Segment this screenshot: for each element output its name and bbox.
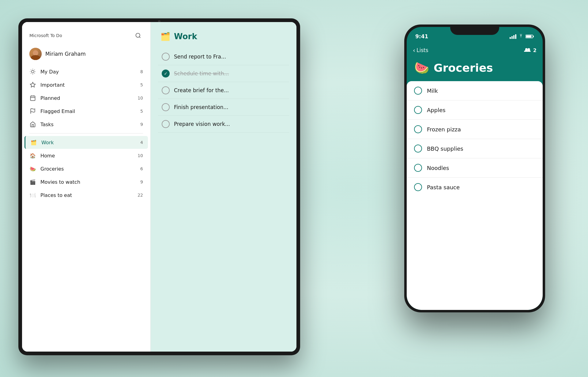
groceries-count: 6 — [140, 166, 143, 171]
task-text: Create brief for the... — [174, 87, 229, 93]
svg-line-1 — [139, 37, 141, 38]
home-label: Home — [40, 153, 133, 159]
nav-list: My Day 8 Important 5 — [22, 65, 150, 352]
item-checkbox[interactable] — [414, 183, 422, 191]
tasks-label: Tasks — [40, 122, 136, 127]
list-item[interactable]: Apples — [407, 100, 543, 120]
item-text: Apples — [427, 107, 446, 113]
places-icon: 🍽️ — [29, 192, 36, 198]
task-text: Send report to Fra... — [174, 54, 226, 60]
avatar — [29, 48, 42, 60]
item-checkbox[interactable] — [414, 164, 422, 172]
svg-point-0 — [136, 33, 140, 37]
status-time: 9:41 — [415, 33, 428, 40]
task-checkbox[interactable] — [162, 103, 170, 111]
task-text: Prepare vision work... — [174, 121, 230, 127]
planned-label: Planned — [40, 95, 133, 101]
planned-count: 10 — [138, 96, 143, 100]
sidebar-item-movies[interactable]: 🎬 Movies to watch 9 — [24, 175, 148, 188]
sidebar-item-flagged-email[interactable]: Flagged Email 5 — [24, 105, 148, 118]
svg-marker-11 — [30, 82, 36, 87]
svg-line-5 — [31, 70, 31, 70]
back-label: Lists — [417, 47, 428, 53]
sidebar-item-planned[interactable]: Planned 10 — [24, 92, 148, 104]
task-text: Finish presentation... — [174, 104, 228, 110]
svg-rect-19 — [533, 36, 534, 37]
sidebar-item-groceries[interactable]: 🍉 Groceries 6 — [24, 162, 148, 175]
tasks-count: 9 — [140, 122, 143, 127]
groceries-icon: 🍉 — [29, 165, 36, 172]
work-icon: 🗂️ — [30, 139, 37, 146]
item-text: Milk — [427, 88, 438, 94]
item-checkbox[interactable] — [414, 125, 422, 133]
flag-icon — [29, 108, 36, 115]
app-title: Microsoft To Do — [29, 33, 62, 38]
sidebar-item-home[interactable]: 🏠 Home 10 — [24, 149, 148, 162]
sidebar-item-important[interactable]: Important 5 — [24, 78, 148, 91]
sidebar-item-my-day[interactable]: My Day 8 — [24, 65, 148, 78]
back-button[interactable]: ‹ Lists — [413, 47, 428, 54]
task-text-completed: Schedule time with... — [174, 70, 229, 77]
sidebar-item-work[interactable]: 🗂️ Work 4 — [24, 136, 148, 149]
home-count: 10 — [138, 153, 143, 158]
item-text: BBQ supplies — [427, 145, 463, 152]
sidebar: Microsoft To Do Miriam Graham — [22, 22, 151, 352]
calendar-icon — [29, 95, 36, 101]
list-item[interactable]: Milk — [407, 81, 543, 100]
signal-bar-1 — [510, 37, 511, 39]
my-day-count: 8 — [140, 69, 143, 74]
sidebar-item-places[interactable]: 🍽️ Places to eat 22 — [24, 189, 148, 202]
wifi-icon — [518, 34, 524, 39]
list-item[interactable]: Noodles — [407, 158, 543, 178]
signal-bar-2 — [511, 36, 513, 39]
user-profile[interactable]: Miriam Graham — [22, 45, 150, 65]
item-text: Frozen pizza — [427, 126, 461, 133]
flagged-email-label: Flagged Email — [40, 108, 136, 114]
task-checkbox[interactable] — [162, 53, 170, 61]
nav-divider — [29, 133, 143, 134]
main-header: 🗂️ Work — [151, 22, 296, 46]
user-name: Miriam Graham — [45, 51, 86, 57]
movies-count: 9 — [140, 179, 143, 184]
important-count: 5 — [140, 82, 143, 87]
shared-count: 2 — [533, 47, 537, 53]
movies-icon: 🎬 — [29, 179, 36, 185]
work-label: Work — [41, 140, 136, 145]
task-checkbox-completed[interactable] — [162, 70, 170, 77]
task-item[interactable]: Schedule time with... — [158, 65, 289, 82]
sidebar-item-tasks[interactable]: Tasks 9 — [24, 118, 148, 131]
phone-device: 9:41 — [404, 25, 545, 312]
phone-notch — [450, 25, 499, 35]
item-text: Noodles — [427, 165, 449, 171]
list-item[interactable]: Pasta sauce — [407, 178, 543, 197]
list-item[interactable]: Frozen pizza — [407, 120, 543, 139]
battery-icon — [526, 34, 534, 39]
item-checkbox[interactable] — [414, 106, 422, 114]
shared-icon — [524, 47, 531, 53]
svg-line-6 — [34, 73, 35, 74]
list-item[interactable]: BBQ supplies — [407, 139, 543, 158]
main-title: Work — [174, 32, 197, 41]
signal-bar-3 — [513, 35, 514, 39]
task-checkbox[interactable] — [162, 120, 170, 128]
task-item[interactable]: Prepare vision work... — [158, 116, 289, 133]
task-item[interactable]: Send report to Fra... — [158, 48, 289, 65]
important-label: Important — [40, 82, 136, 88]
sidebar-header: Microsoft To Do — [22, 22, 150, 45]
flagged-email-count: 5 — [140, 109, 143, 114]
task-item[interactable]: Create brief for the... — [158, 82, 289, 99]
nav-right: 2 — [524, 47, 537, 53]
phone-list-title-row: 🍉 Groceries — [414, 61, 535, 75]
task-item[interactable]: Finish presentation... — [158, 99, 289, 116]
search-button[interactable] — [133, 31, 143, 40]
list-emoji: 🍉 — [414, 61, 429, 75]
home-icon: 🏠 — [29, 152, 36, 159]
item-checkbox[interactable] — [414, 87, 422, 95]
status-icons — [510, 34, 534, 39]
places-label: Places to eat — [40, 192, 133, 198]
svg-rect-18 — [526, 36, 532, 38]
tasks-icon — [29, 121, 36, 128]
signal-icon — [510, 34, 516, 39]
task-checkbox[interactable] — [162, 86, 170, 94]
item-checkbox[interactable] — [414, 145, 422, 153]
